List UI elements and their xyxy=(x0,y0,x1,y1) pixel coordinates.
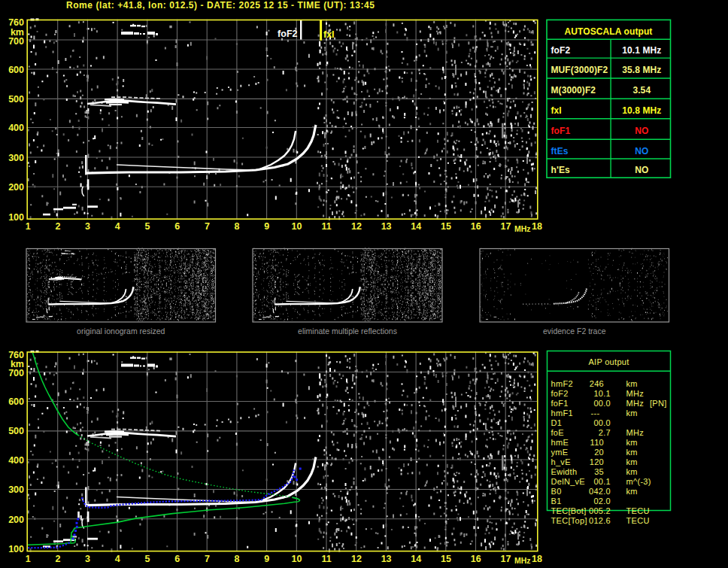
svg-text:foF2: foF2 xyxy=(278,29,297,39)
svg-text:NO: NO xyxy=(635,146,648,156)
svg-text:MHz: MHz xyxy=(626,389,645,398)
svg-text:11: 11 xyxy=(322,554,332,564)
svg-text:4: 4 xyxy=(115,221,120,232)
svg-text:D1: D1 xyxy=(551,418,563,427)
svg-text:evidence F2 trace: evidence F2 trace xyxy=(543,327,606,336)
svg-text:110: 110 xyxy=(590,438,604,447)
svg-text:fxI: fxI xyxy=(323,29,335,40)
svg-text:9: 9 xyxy=(264,221,269,232)
svg-text:10.1 MHz: 10.1 MHz xyxy=(622,45,661,56)
svg-text:3: 3 xyxy=(85,221,90,232)
svg-text:042.0: 042.0 xyxy=(589,487,611,496)
svg-text:km: km xyxy=(626,448,638,457)
svg-text:18: 18 xyxy=(532,221,542,232)
svg-text:MHz: MHz xyxy=(514,556,531,565)
svg-text:---: --- xyxy=(591,409,600,418)
svg-text:13: 13 xyxy=(381,554,392,564)
svg-text:18: 18 xyxy=(532,554,542,564)
svg-text:km: km xyxy=(626,409,638,418)
svg-text:DelN_vE: DelN_vE xyxy=(551,477,586,486)
svg-text:1: 1 xyxy=(26,221,31,232)
svg-text:foE: foE xyxy=(551,428,564,437)
svg-text:10.8 MHz: 10.8 MHz xyxy=(622,105,661,116)
svg-text:5: 5 xyxy=(145,221,150,232)
svg-text:MHz: MHz xyxy=(514,224,531,233)
svg-text:12: 12 xyxy=(351,221,362,232)
svg-text:6: 6 xyxy=(174,221,180,232)
svg-text:Ewidth: Ewidth xyxy=(551,467,578,476)
svg-text:35: 35 xyxy=(594,467,604,476)
svg-text:00.0: 00.0 xyxy=(593,399,611,408)
svg-text:100: 100 xyxy=(8,212,24,223)
svg-text:600: 600 xyxy=(8,65,24,75)
svg-text:14: 14 xyxy=(411,221,421,232)
svg-text:16: 16 xyxy=(471,221,481,232)
svg-text:B1: B1 xyxy=(551,497,562,506)
svg-text:02.0: 02.0 xyxy=(593,497,611,506)
svg-text:200: 200 xyxy=(8,182,24,193)
svg-text:B0: B0 xyxy=(551,487,562,496)
svg-text:13: 13 xyxy=(381,221,392,232)
svg-text:3: 3 xyxy=(85,554,90,564)
svg-text:500: 500 xyxy=(8,94,24,105)
svg-text:12: 12 xyxy=(351,554,362,564)
svg-text:10.1: 10.1 xyxy=(593,389,611,398)
svg-text:km: km xyxy=(626,487,638,496)
svg-text:AIP output: AIP output xyxy=(588,357,629,366)
svg-text:7: 7 xyxy=(205,554,210,564)
svg-text:ftEs: ftEs xyxy=(551,146,569,156)
svg-text:MHz: MHz xyxy=(626,428,645,437)
svg-text:1: 1 xyxy=(26,554,31,564)
svg-text:10: 10 xyxy=(292,221,302,232)
svg-text:300: 300 xyxy=(8,484,24,495)
svg-text:km: km xyxy=(626,379,638,388)
svg-text:hmE: hmE xyxy=(551,438,569,447)
svg-text:foF2: foF2 xyxy=(551,45,571,56)
svg-text:15: 15 xyxy=(441,554,451,564)
svg-text:foF1: foF1 xyxy=(551,399,569,408)
svg-text:h_vE: h_vE xyxy=(551,457,571,466)
svg-text:16: 16 xyxy=(471,554,481,564)
svg-text:original ionogram resized: original ionogram resized xyxy=(77,327,165,336)
svg-text:14: 14 xyxy=(411,554,421,564)
svg-text:2: 2 xyxy=(55,554,60,564)
svg-text:120: 120 xyxy=(590,457,604,466)
svg-text:h'Es: h'Es xyxy=(551,165,570,175)
svg-text:246: 246 xyxy=(590,379,604,388)
svg-text:fxI: fxI xyxy=(551,105,562,116)
svg-text:km: km xyxy=(626,457,638,466)
svg-text:8: 8 xyxy=(235,554,240,564)
svg-text:7: 7 xyxy=(205,221,210,232)
svg-text:17: 17 xyxy=(500,554,511,564)
svg-text:eliminate multiple reflections: eliminate multiple reflections xyxy=(298,327,397,336)
svg-text:MUF(3000)F2: MUF(3000)F2 xyxy=(551,65,608,75)
svg-text:15: 15 xyxy=(441,221,451,232)
svg-text:NO: NO xyxy=(635,165,648,175)
svg-text:8: 8 xyxy=(235,221,240,232)
svg-text:400: 400 xyxy=(8,123,24,133)
svg-text:M(3000)F2: M(3000)F2 xyxy=(551,85,596,96)
svg-text:km: km xyxy=(626,467,638,476)
svg-text:foF1: foF1 xyxy=(551,126,571,136)
svg-text:00.0: 00.0 xyxy=(593,418,611,427)
svg-text:35.8 MHz: 35.8 MHz xyxy=(622,65,661,75)
svg-text:3.54: 3.54 xyxy=(632,85,651,96)
svg-text:500: 500 xyxy=(8,426,24,436)
svg-text:400: 400 xyxy=(8,455,24,466)
svg-text:m^(-3): m^(-3) xyxy=(626,477,651,486)
svg-text:012.6: 012.6 xyxy=(589,516,611,525)
svg-text:00.1: 00.1 xyxy=(593,477,611,486)
svg-text:AUTOSCALA output: AUTOSCALA output xyxy=(565,26,653,37)
svg-text:MHz: MHz xyxy=(626,399,645,408)
svg-text:2: 2 xyxy=(55,221,60,232)
svg-text:hmF1: hmF1 xyxy=(551,409,573,418)
svg-text:6: 6 xyxy=(174,554,180,564)
svg-text:ymE: ymE xyxy=(551,448,569,457)
svg-text:TEC[Bot]: TEC[Bot] xyxy=(551,506,587,515)
svg-text:11: 11 xyxy=(322,221,332,232)
svg-text:005.2: 005.2 xyxy=(589,506,611,515)
svg-text:200: 200 xyxy=(8,515,24,525)
svg-text:9: 9 xyxy=(264,554,269,564)
svg-text:700: 700 xyxy=(8,368,24,378)
svg-text:600: 600 xyxy=(8,396,24,407)
